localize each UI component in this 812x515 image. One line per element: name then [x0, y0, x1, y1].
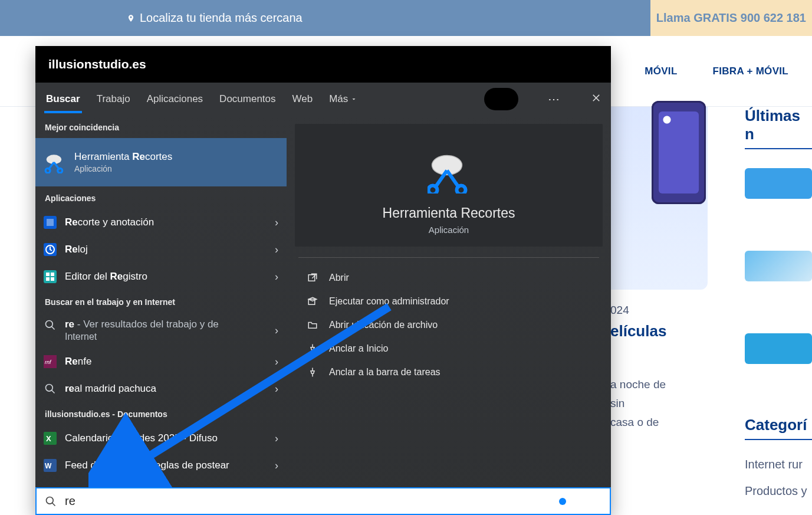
site-sidebar: Últimas n Categorí Internet rur Producto… — [745, 107, 812, 511]
svg-rect-11 — [51, 277, 54, 281]
chevron-down-icon — [350, 96, 357, 103]
news-thumb-2[interactable] — [745, 251, 812, 281]
result-title: Herramienta Recortes — [74, 151, 172, 163]
window-title: illusionstudio.es — [35, 46, 611, 83]
call-free-label: Llama GRATIS 900 622 181 — [656, 11, 806, 25]
chevron-right-icon: › — [275, 271, 278, 283]
action-open[interactable]: Abrir — [303, 267, 594, 288]
chevron-right-icon: › — [275, 324, 278, 337]
locate-store-label: Localiza tu tienda más cercana — [140, 11, 303, 25]
svg-point-23 — [457, 186, 466, 194]
site-topbar: Localiza tu tienda más cercana Llama GRA… — [0, 0, 812, 36]
result-doc-feed[interactable]: W Feed de Instagram reglas de postear › — [35, 452, 287, 479]
svg-point-15 — [46, 385, 53, 392]
article-date: 024 — [610, 304, 629, 317]
tab-web[interactable]: Web — [292, 93, 313, 105]
result-subtitle: Aplicación — [74, 164, 172, 173]
result-web-re[interactable]: re - Ver resultados del trabajo y de Int… — [35, 313, 287, 348]
excel-icon: X — [44, 432, 57, 445]
tab-aplicaciones[interactable]: Aplicaciones — [147, 93, 203, 105]
svg-text:W: W — [45, 462, 52, 470]
details-type: Aplicación — [429, 225, 469, 235]
svg-rect-10 — [46, 277, 50, 281]
renfe-icon: rnf — [44, 355, 57, 368]
details-pane: Herramienta Recortes Aplicación Abrir Ej… — [287, 116, 611, 515]
result-app-clock[interactable]: Reloj › — [35, 236, 287, 263]
cortana-indicator-icon — [559, 498, 566, 505]
svg-rect-7 — [44, 270, 57, 283]
svg-rect-4 — [47, 219, 54, 226]
category-link-2[interactable]: Productos y — [745, 484, 812, 498]
result-best-snipping-tool[interactable]: Herramienta Recortes Aplicación — [35, 138, 287, 186]
tab-trabajo[interactable]: Trabajo — [97, 93, 130, 105]
section-documents: illusionstudio.es - Documentos — [35, 402, 287, 425]
article-title[interactable]: elículas — [610, 322, 666, 340]
regedit-icon — [44, 270, 57, 283]
result-title: Feed de Instagram reglas de postear — [65, 460, 229, 471]
result-app-regedit[interactable]: Editor del Registro › — [35, 263, 287, 290]
tab-buscar[interactable]: Buscar — [46, 93, 80, 105]
map-pin-icon — [127, 13, 135, 24]
news-thumb-3[interactable] — [745, 333, 812, 364]
action-label: Abrir — [329, 273, 349, 283]
details-hero: Herramienta Recortes Aplicación — [295, 124, 603, 247]
svg-point-12 — [46, 321, 53, 328]
tab-mas-label: Más — [329, 93, 348, 105]
result-web-realmadrid[interactable]: real madrid pachuca › — [35, 375, 287, 402]
action-pin-taskbar[interactable]: Anclar a la barra de tareas — [303, 362, 594, 383]
pin-icon — [307, 366, 318, 378]
section-apps: Aplicaciones — [35, 186, 287, 209]
folder-icon — [307, 319, 318, 331]
section-best-match: Mejor coincidencia — [35, 116, 287, 138]
svg-text:rnf: rnf — [45, 359, 52, 365]
more-options-button[interactable]: ⋯ — [548, 92, 561, 106]
snipping-tool-icon — [44, 151, 66, 173]
latest-news-heading: Últimas n — [745, 107, 812, 149]
action-pin-start[interactable]: Anclar a Inicio — [303, 338, 594, 359]
nav-item-fibra-movil[interactable]: FIBRA + MÓVIL — [713, 65, 788, 77]
action-label: Anclar a la barra de tareas — [329, 367, 440, 378]
user-avatar[interactable] — [484, 88, 518, 110]
clock-icon — [44, 243, 57, 256]
snipping-tool-icon — [428, 151, 470, 193]
svg-point-22 — [429, 186, 438, 194]
action-open-location[interactable]: Abrir ubicación de archivo — [303, 314, 594, 336]
locate-store-link[interactable]: Localiza tu tienda más cercana — [127, 11, 303, 25]
action-label: Abrir ubicación de archivo — [329, 320, 438, 330]
chevron-right-icon: › — [275, 217, 278, 229]
tab-mas[interactable]: Más — [329, 93, 357, 105]
svg-rect-9 — [51, 273, 54, 276]
close-button[interactable] — [591, 91, 601, 107]
call-free-promo[interactable]: Llama GRATIS 900 622 181 — [650, 0, 812, 36]
news-thumb-1[interactable] — [745, 168, 812, 199]
chevron-right-icon: › — [275, 356, 278, 368]
result-title: Calendario de redes 2025 - Difuso — [65, 432, 218, 444]
pin-icon — [307, 343, 318, 355]
tab-documentos[interactable]: Documentos — [219, 93, 275, 105]
result-web-renfe[interactable]: rnf Renfe › — [35, 348, 287, 375]
chevron-right-icon: › — [275, 432, 278, 445]
details-actions: Abrir Ejecutar como administrador Abrir … — [295, 264, 603, 386]
result-title: Editor del Registro — [65, 271, 147, 283]
search-icon — [44, 319, 57, 332]
chevron-right-icon: › — [275, 383, 278, 395]
nav-item-movil[interactable]: MÓVIL — [645, 65, 677, 77]
article-excerpt: a noche de sin casa o de — [610, 375, 728, 432]
section-work-web: Buscar en el trabajo y en Internet — [35, 290, 287, 313]
result-app-snip-sketch[interactable]: Recorte y anotación › — [35, 209, 287, 236]
action-label: Anclar a Inicio — [329, 343, 389, 354]
search-input[interactable] — [65, 494, 551, 508]
result-title: real madrid pachuca — [65, 383, 156, 395]
search-input-bar[interactable] — [35, 487, 611, 515]
categories-heading: Categorí — [745, 416, 812, 440]
windows-search-window: illusionstudio.es Buscar Trabajo Aplicac… — [35, 46, 611, 515]
search-icon — [44, 382, 57, 395]
snip-sketch-icon — [44, 216, 57, 229]
action-run-admin[interactable]: Ejecutar como administrador — [303, 291, 594, 312]
svg-text:X: X — [46, 434, 51, 443]
result-doc-calendar[interactable]: X Calendario de redes 2025 - Difuso › — [35, 425, 287, 452]
result-title: Recorte y anotación — [65, 217, 154, 228]
search-icon — [45, 496, 57, 507]
svg-rect-8 — [46, 273, 50, 276]
category-link-1[interactable]: Internet rur — [745, 458, 812, 471]
